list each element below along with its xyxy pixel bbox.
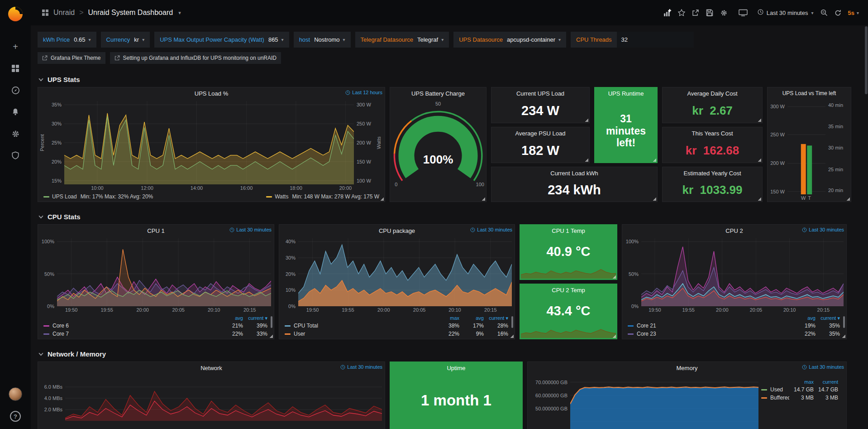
panel-title[interactable]: Uptime xyxy=(447,365,465,371)
panel-title[interactable]: CPU 2 xyxy=(725,227,743,234)
server-admin-shield-icon[interactable] xyxy=(10,150,20,160)
settings-gear-icon[interactable] xyxy=(720,9,728,17)
refresh-icon[interactable] xyxy=(835,10,841,16)
cpu1-time-series-chart[interactable] xyxy=(57,238,271,306)
panel-title[interactable]: Current Load kWh xyxy=(550,170,598,177)
caret-down-icon: ▾ xyxy=(142,37,144,42)
cpu-threads-input[interactable]: 32 xyxy=(617,32,694,48)
legend-scrollbar[interactable] xyxy=(843,316,845,328)
refresh-interval-dropdown[interactable]: 5s ▾ xyxy=(848,10,859,16)
star-icon[interactable] xyxy=(678,9,685,16)
legend-value: 35% xyxy=(816,323,840,329)
legend-row[interactable]: Core 621%39% xyxy=(43,322,267,330)
save-icon[interactable] xyxy=(706,9,713,16)
memory-time-series-chart[interactable] xyxy=(570,376,758,429)
panel-current-ups-load: Current UPS Load 234 W xyxy=(491,87,590,123)
network-time-series-chart[interactable] xyxy=(65,376,382,421)
axis-tick-label: 300 W xyxy=(770,104,785,109)
panel-title[interactable]: UPS Load vs Time left xyxy=(782,90,836,96)
variable-ups-datasource[interactable]: UPS Datasource apcupsd-container▾ xyxy=(453,32,566,48)
variable-currency[interactable]: Currency kr▾ xyxy=(101,32,150,48)
legend-row[interactable]: Core 2119%35% xyxy=(628,322,840,330)
panel-title[interactable]: CPU 1 xyxy=(147,227,164,234)
y-axis-right: 300 W250 W200 W150 W100 W xyxy=(354,101,376,184)
legend-row[interactable]: User22%9%16% xyxy=(285,330,508,338)
panel-title[interactable]: CPU package xyxy=(379,227,415,234)
panel-title[interactable]: Estimated Yearly Cost xyxy=(683,170,741,177)
panel-title[interactable]: Average PSU Load xyxy=(515,130,565,137)
explore-compass-icon[interactable] xyxy=(10,85,20,95)
grafana-logo[interactable] xyxy=(6,5,24,23)
legend-col-current[interactable]: current ▾ xyxy=(243,315,267,321)
load-vs-time-bar-chart[interactable] xyxy=(787,101,825,194)
dashboard-dropdown-caret[interactable]: ▾ xyxy=(178,10,181,16)
breadcrumb: Unraid > Unraid System Dashboard ▾ xyxy=(42,9,181,17)
x-axis: 19:5019:5520:0020:0520:1020:15 xyxy=(641,306,844,313)
legend-header: avgcurrent ▾ xyxy=(628,314,840,322)
legend-col-current[interactable]: current ▾ xyxy=(816,315,840,321)
panel-title[interactable]: Average Daily Cost xyxy=(687,90,737,97)
section-network-memory[interactable]: Network / Memory xyxy=(38,350,861,358)
legend-scrollbar[interactable] xyxy=(511,316,513,328)
link-grafana-influxdb-guide[interactable]: Setting up Grafana and InfluxDB for UPS … xyxy=(110,52,281,64)
cpu-package-time-series-chart[interactable] xyxy=(298,238,512,306)
legend-row[interactable]: Core 722%33% xyxy=(43,330,267,338)
link-grafana-plex-theme[interactable]: Grafana Plex Theme xyxy=(38,52,105,64)
tv-cycle-icon[interactable] xyxy=(739,9,748,16)
legend-col-current[interactable]: current ▾ xyxy=(484,315,508,321)
chart-legend: maxcurrentUsed14.7 GB14.7 GBBuffered3 MB… xyxy=(758,376,844,429)
variable-telegraf-datasource[interactable]: Telegraf Datasource Telegraf▾ xyxy=(355,32,449,48)
panel-title[interactable]: Network xyxy=(200,365,222,371)
ups-load-time-series-chart[interactable] xyxy=(64,101,354,184)
panel-title[interactable]: Current UPS Load xyxy=(516,90,564,97)
panel-title[interactable]: Memory xyxy=(677,365,698,371)
axis-tick-label: 0% xyxy=(631,304,639,309)
legend-col-current[interactable]: current xyxy=(814,379,838,385)
section-ups-stats[interactable]: UPS Stats xyxy=(38,76,861,83)
legend-item[interactable]: UPS LoadMin: 17% Max: 32% Avg: 20% xyxy=(43,193,153,200)
panel-title[interactable]: UPS Battery Charge xyxy=(411,90,465,97)
axis-tick-label: 25 min xyxy=(828,167,843,172)
panel-title[interactable]: CPU 1 Temp xyxy=(552,227,585,234)
cpu2-time-series-chart[interactable] xyxy=(641,238,844,306)
legend-col-avg[interactable]: avg xyxy=(459,315,484,321)
time-range-picker[interactable]: Last 30 minutes ▾ xyxy=(758,9,814,16)
variable-kwh-price[interactable]: kWh Price 0.65▾ xyxy=(38,32,96,48)
variable-host[interactable]: host Nostromo▾ xyxy=(294,32,351,48)
page-scrollbar[interactable] xyxy=(864,0,868,429)
panel-title[interactable]: CPU 2 Temp xyxy=(552,287,585,294)
y-axis-left: 6.0 MBs4.0 MBs2.0 MBs xyxy=(39,376,65,421)
battery-gauge[interactable]: 050100100% xyxy=(390,99,486,202)
section-cpu-stats[interactable]: CPU Stats xyxy=(38,213,861,221)
legend-col-avg[interactable]: avg xyxy=(791,315,816,321)
share-icon[interactable] xyxy=(692,9,699,16)
panel-title[interactable]: UPS Runtime xyxy=(608,90,644,97)
legend-col-avg[interactable]: avg xyxy=(219,315,243,321)
legend-row[interactable]: Core 2322%35% xyxy=(628,330,840,338)
breadcrumb-folder[interactable]: Unraid xyxy=(53,9,75,17)
legend-col-max[interactable]: max xyxy=(789,379,814,385)
axis-tick-label: 12:00 xyxy=(141,185,153,191)
axis-tick-label: 20:10 xyxy=(448,307,461,313)
help-icon[interactable]: ? xyxy=(10,411,21,422)
legend-stats: Min: 148 W Max: 278 W Avg: 175 W xyxy=(292,193,379,200)
legend-row[interactable]: Buffered3 MB3 MB xyxy=(761,394,838,402)
alerting-bell-icon[interactable] xyxy=(10,107,20,117)
panel-title[interactable]: This Years Cost xyxy=(692,130,733,137)
panel-title[interactable]: UPS Load % xyxy=(195,90,228,97)
scrollbar-thumb[interactable] xyxy=(865,26,868,94)
legend-row[interactable]: Used14.7 GB14.7 GB xyxy=(761,386,838,394)
user-avatar[interactable] xyxy=(9,387,22,401)
variable-ups-max-output[interactable]: UPS Max Output Power Capacity (Watt) 865… xyxy=(154,32,289,48)
axis-tick-label: 100% xyxy=(626,239,639,244)
legend-scrollbar[interactable] xyxy=(271,316,272,328)
add-panel-icon[interactable] xyxy=(663,9,671,17)
dashboards-icon[interactable] xyxy=(10,63,20,73)
legend-row[interactable]: CPU Total38%17%28% xyxy=(285,322,508,330)
legend-col-max[interactable]: max xyxy=(435,315,459,321)
zoom-out-icon[interactable] xyxy=(820,9,828,16)
breadcrumb-dashboard-title[interactable]: Unraid System Dashboard xyxy=(88,9,173,17)
configuration-gear-icon[interactable] xyxy=(10,129,20,139)
legend-item[interactable]: WattsMin: 148 W Max: 278 W Avg: 175 W xyxy=(266,193,379,200)
create-plus-icon[interactable]: + xyxy=(10,42,20,52)
